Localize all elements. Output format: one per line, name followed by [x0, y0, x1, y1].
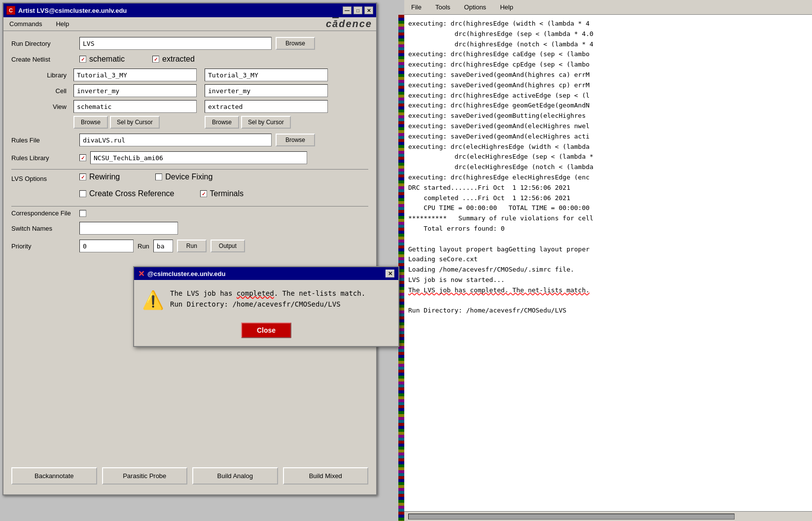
modal-close-icon[interactable]: ✕	[386, 270, 394, 278]
modal-content: ⚠️ The LVS job has completed. The net-li…	[134, 280, 398, 318]
modal-text-after: . The net-lists match.	[274, 289, 365, 297]
modal-line1: The LVS job has completed. The net-lists…	[170, 288, 365, 299]
modal-text-completed: completed	[237, 289, 274, 297]
modal-overlay: ✕ @csimcluster.ee.unlv.edu ✕ ⚠️ The LVS …	[0, 0, 812, 521]
modal-text-before: The LVS job has	[170, 289, 237, 297]
modal-line2: Run Directory: /home/acevesfr/CMOSedu/LV…	[170, 299, 365, 310]
modal-close-button[interactable]: Close	[241, 322, 291, 338]
warning-icon: ⚠️	[142, 290, 164, 311]
modal-dialog: ✕ @csimcluster.ee.unlv.edu ✕ ⚠️ The LVS …	[133, 266, 399, 347]
modal-title: @csimcluster.ee.unlv.edu	[147, 270, 225, 278]
x-icon: ✕	[138, 269, 144, 278]
modal-footer: Close	[134, 318, 398, 346]
modal-message: The LVS job has completed. The net-lists…	[170, 288, 365, 310]
modal-title-content: ✕ @csimcluster.ee.unlv.edu	[138, 269, 225, 278]
modal-titlebar: ✕ @csimcluster.ee.unlv.edu ✕	[134, 267, 398, 280]
